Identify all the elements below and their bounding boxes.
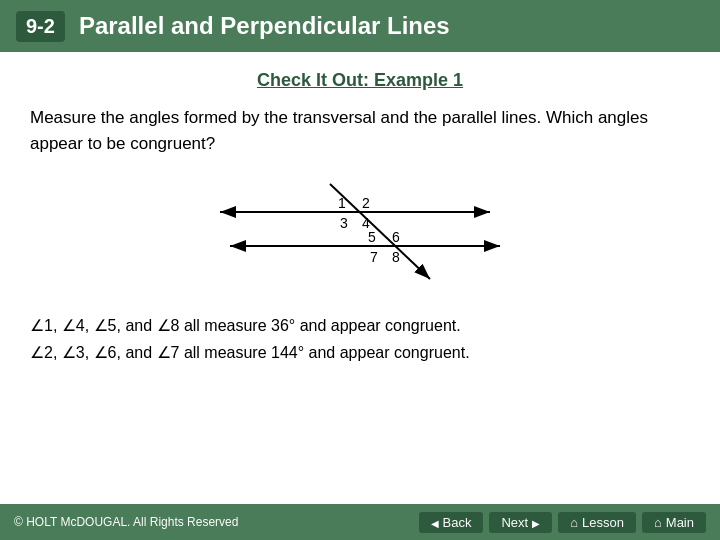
main-label: Main — [666, 515, 694, 530]
lesson-button[interactable]: Lesson — [558, 512, 636, 533]
svg-text:6: 6 — [392, 229, 400, 245]
lesson-label: Lesson — [582, 515, 624, 530]
main-content: Check It Out: Example 1 Measure the angl… — [0, 52, 720, 376]
svg-text:3: 3 — [340, 215, 348, 231]
next-button[interactable]: Next — [489, 512, 552, 533]
lesson-icon — [570, 515, 578, 530]
main-button[interactable]: Main — [642, 512, 706, 533]
next-label: Next — [501, 515, 528, 530]
svg-text:2: 2 — [362, 195, 370, 211]
svg-text:7: 7 — [370, 249, 378, 265]
main-icon — [654, 515, 662, 530]
back-arrow-icon — [431, 515, 439, 530]
example-title: Check It Out: Example 1 — [30, 70, 690, 91]
footer: © HOLT McDOUGAL. All Rights Reserved Bac… — [0, 504, 720, 540]
problem-text: Measure the angles formed by the transve… — [30, 105, 690, 156]
svg-text:8: 8 — [392, 249, 400, 265]
svg-text:1: 1 — [338, 195, 346, 211]
answer-line2: 2, 3, 6, and 7 all measure 144° and appe… — [30, 339, 690, 366]
answer-text: 1, 4, 5, and 8 all measure 36° and appea… — [30, 312, 690, 366]
diagram: 1 2 3 4 5 6 7 8 — [30, 174, 690, 294]
answer-line1: 1, 4, 5, and 8 all measure 36° and appea… — [30, 312, 690, 339]
header-title: Parallel and Perpendicular Lines — [79, 12, 450, 40]
next-arrow-icon — [532, 515, 540, 530]
header: 9-2 Parallel and Perpendicular Lines — [0, 0, 720, 52]
back-button[interactable]: Back — [419, 512, 484, 533]
svg-text:5: 5 — [368, 229, 376, 245]
copyright-text: © HOLT McDOUGAL. All Rights Reserved — [14, 515, 238, 529]
lesson-badge: 9-2 — [16, 11, 65, 42]
lines-diagram: 1 2 3 4 5 6 7 8 — [200, 174, 520, 294]
footer-nav: Back Next Lesson Main — [419, 512, 706, 533]
back-label: Back — [443, 515, 472, 530]
